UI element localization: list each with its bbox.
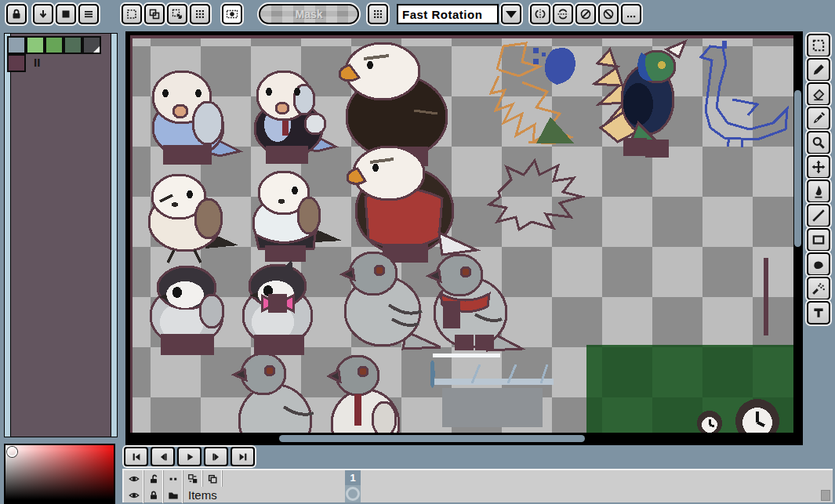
next-frame-button[interactable] [204, 447, 228, 466]
selected-swatch-marker [93, 46, 100, 53]
paste-selection-button[interactable] [167, 4, 187, 24]
lock-open-toggle[interactable] [144, 470, 164, 487]
palette-cursor-label: II [26, 54, 40, 72]
eraser-tool[interactable] [807, 82, 830, 106]
brush-tool[interactable] [807, 252, 830, 276]
rotation-dropdown-value: Fast Rotation [402, 8, 482, 21]
layer-panel-scrollbar[interactable] [821, 490, 830, 501]
line-tool[interactable] [807, 204, 830, 227]
pixel-editor-window: Mask Fast Rotation II Items 1 [0, 0, 835, 504]
dot-grid-icon [372, 8, 384, 20]
mask-slider[interactable]: Mask [259, 4, 359, 24]
layer-name-label[interactable]: Items [183, 488, 217, 502]
pencil-tool[interactable] [807, 58, 830, 82]
dots-toggle[interactable] [164, 470, 183, 487]
skip-end-icon [238, 451, 249, 462]
play-icon [184, 451, 195, 462]
rotation-dropdown-arrow-button[interactable] [501, 4, 521, 24]
canvas-window [125, 31, 803, 445]
toolbar-group-grid [368, 4, 388, 24]
layer-panel: Items 1 [122, 469, 833, 502]
zoom-tool[interactable] [807, 131, 830, 154]
color-gradient-picker[interactable] [4, 444, 115, 504]
prev-frame-button[interactable] [151, 447, 175, 466]
slash-circle-icon [579, 8, 592, 20]
toolbar-group-file [6, 4, 27, 24]
frame-cell[interactable] [345, 485, 361, 502]
canvas-horizontal-scrollbar[interactable] [279, 435, 585, 442]
rectangle-tool[interactable] [807, 228, 830, 252]
eye-icon [129, 490, 140, 501]
layer-header-icons [125, 470, 223, 487]
frame-column: 1 [345, 470, 361, 502]
rotation-dropdown-arrow-wrap [501, 4, 521, 24]
toolbar-group-edit [33, 4, 99, 24]
folder-toggle[interactable] [164, 487, 183, 503]
arrow-down-icon [37, 8, 49, 20]
flip-horizontal-button[interactable] [530, 4, 550, 24]
mask-highlight-button[interactable] [222, 4, 242, 24]
palette-row-2: II [7, 54, 101, 72]
pencil-icon [811, 63, 826, 77]
dot-grid-icon [194, 8, 206, 20]
lock-toggle[interactable] [144, 487, 164, 503]
tile-grid-button[interactable] [190, 4, 210, 24]
canvas-vertical-scrollbar[interactable] [794, 90, 801, 247]
flip-vertical-button[interactable] [553, 4, 573, 24]
backslash-circle-icon [602, 8, 615, 20]
first-frame-button[interactable] [124, 447, 148, 466]
rectangle-icon [811, 233, 826, 247]
fill-tool[interactable] [807, 179, 830, 203]
ink-drop-icon [811, 184, 826, 198]
move-tool[interactable] [807, 155, 830, 179]
grid-button[interactable] [368, 4, 388, 24]
select-icon [811, 38, 826, 53]
palette-swatch[interactable] [64, 36, 82, 54]
palette-scroll-strip-left[interactable] [5, 34, 11, 437]
step-forward-icon [211, 451, 222, 462]
last-frame-button[interactable] [231, 447, 255, 466]
eye-toggle[interactable] [125, 470, 144, 487]
palette-swatch[interactable] [26, 36, 45, 54]
select-frame-button[interactable] [122, 4, 142, 24]
onion-icon [187, 473, 198, 484]
gradient-selector-ring[interactable] [7, 447, 17, 457]
frame-number-header[interactable]: 1 [345, 470, 361, 485]
arrow-down-button[interactable] [33, 4, 53, 24]
selection-tool[interactable] [807, 34, 830, 57]
lock-button[interactable] [6, 4, 27, 24]
flip-v-icon [557, 8, 569, 20]
palette-swatch[interactable] [45, 36, 64, 54]
spray-tool[interactable] [807, 277, 830, 300]
more-options-button[interactable] [621, 4, 641, 24]
eye-icon [129, 473, 140, 484]
toolbar-group-mask-highlight [222, 4, 242, 24]
palette-scroll-strip-right[interactable] [111, 34, 117, 437]
rotate-ccw-button[interactable] [575, 4, 596, 24]
line-icon [811, 208, 826, 223]
onion-toggle[interactable] [183, 470, 203, 487]
palette-swatch[interactable] [82, 36, 101, 54]
tool-palette [807, 34, 830, 325]
duplicate-toggle[interactable] [203, 470, 223, 487]
rotation-dropdown[interactable]: Fast Rotation [397, 4, 499, 24]
text-tool[interactable] [807, 301, 830, 325]
folder-icon [168, 490, 179, 501]
rotate-cw-button[interactable] [598, 4, 619, 24]
palette-swatch[interactable] [7, 54, 26, 72]
canvas-artwork[interactable] [130, 35, 793, 433]
filled-square-icon [60, 8, 72, 20]
play-button[interactable] [177, 447, 201, 466]
magnifier-icon [811, 136, 826, 150]
eraser-icon [811, 87, 826, 101]
chevron-down-icon [506, 11, 517, 18]
duplicate-icon [207, 473, 218, 484]
palette-swatch[interactable] [7, 36, 26, 54]
menu-button[interactable] [78, 4, 99, 24]
toolbar-group-transform [530, 4, 641, 24]
fill-square-button[interactable] [56, 4, 76, 24]
dots-icon [168, 473, 179, 484]
pen-tool[interactable] [807, 107, 830, 130]
move-selection-button[interactable] [144, 4, 165, 24]
eye-toggle[interactable] [125, 487, 144, 503]
